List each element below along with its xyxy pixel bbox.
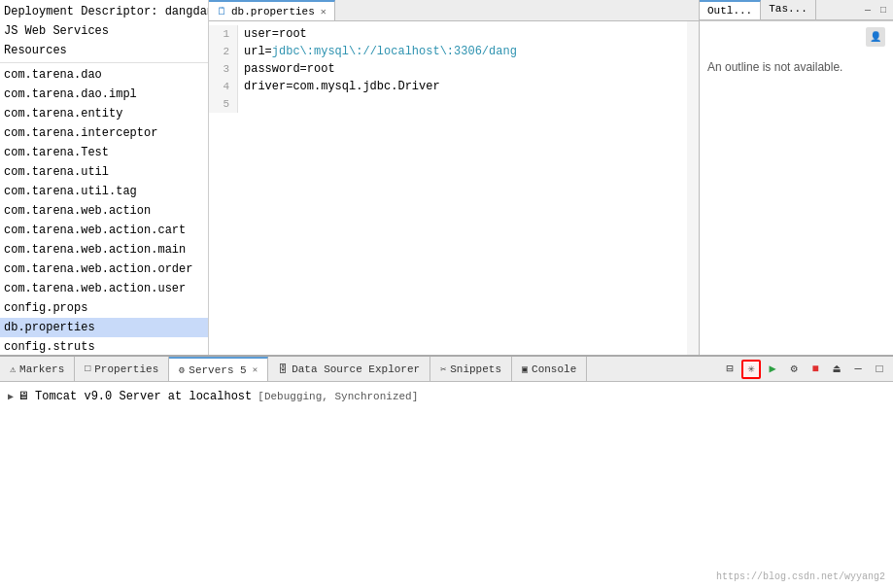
stop-btn-button[interactable]: ■: [806, 360, 825, 379]
line-number: 2: [209, 43, 238, 60]
sidebar-item[interactable]: com.tarena.web.action.main: [0, 240, 208, 259]
bottom-panel: ⚠Markers□Properties⚙Servers 5✕🗄Data Sour…: [0, 355, 893, 588]
tab-label: Markers: [19, 363, 64, 375]
sidebar-item[interactable]: com.tarena.dao: [0, 65, 208, 85]
bottom-tab-servers[interactable]: ⚙Servers 5✕: [169, 357, 268, 381]
top-area: Deployment Descriptor: dangdangJS Web Se…: [0, 0, 893, 355]
sidebar-item[interactable]: Resources: [0, 41, 208, 60]
user-avatar: 👤: [866, 27, 885, 47]
editor-content[interactable]: 1user=root2url=jdbc\:mysql\://localhost\…: [209, 21, 699, 355]
server-status: [Debugging, Synchronized]: [258, 391, 418, 402]
tab-tasks[interactable]: Tas...: [761, 0, 816, 19]
tab-label: Properties: [94, 363, 158, 375]
minimize-button[interactable]: —: [848, 360, 868, 379]
debug-btn-button[interactable]: ✳: [741, 360, 761, 379]
sidebar-item[interactable]: config.struts: [0, 337, 208, 355]
tab-label: Data Source Explorer: [292, 363, 420, 375]
sidebar-item[interactable]: JS Web Services: [0, 21, 208, 41]
code-line: 4driver=com.mysql.jdbc.Driver: [209, 78, 699, 95]
sidebar-divider: [0, 62, 208, 63]
line-content: url=jdbc\:mysql\://localhost\:3306/dang: [238, 43, 517, 60]
sidebar-item[interactable]: com.tarena.web.action.order: [0, 259, 208, 279]
sidebar-item[interactable]: com.tarena.web.action.user: [0, 279, 208, 298]
disconnect-btn-button[interactable]: ⏏: [827, 360, 846, 379]
server-name: Tomcat v9.0 Server at localhost: [35, 390, 252, 403]
sidebar: Deployment Descriptor: dangdangJS Web Se…: [0, 0, 209, 355]
right-panel-maximize[interactable]: □: [877, 4, 889, 17]
sidebar-item[interactable]: com.tarena.util.tag: [0, 182, 208, 201]
bottom-content: ▶ 🖥 Tomcat v9.0 Server at localhost [Deb…: [0, 382, 893, 588]
sidebar-item[interactable]: db.properties: [0, 318, 208, 337]
db-properties-tab[interactable]: 🗒 db.properties ✕: [209, 0, 335, 20]
code-line: 3password=root: [209, 60, 699, 78]
sidebar-item[interactable]: com.tarena.entity: [0, 104, 208, 123]
line-number: 5: [209, 95, 238, 113]
code-line: 5: [209, 95, 699, 113]
line-number: 3: [209, 60, 238, 78]
bottom-tab-data-source-explorer[interactable]: 🗄Data Source Explorer: [268, 357, 430, 381]
tab-label: Snippets: [450, 363, 501, 375]
tab-icon: ✂: [440, 363, 446, 375]
line-number: 4: [209, 78, 238, 95]
server-row[interactable]: ▶ 🖥 Tomcat v9.0 Server at localhost [Deb…: [4, 386, 889, 406]
expand-arrow[interactable]: ▶: [8, 391, 14, 402]
editor-area: 🗒 db.properties ✕ 1user=root2url=jdbc\:m…: [209, 0, 699, 355]
right-panel-minimize[interactable]: —: [862, 4, 874, 17]
bottom-toolbar: ⊟✳▶⚙■⏏—□: [716, 360, 893, 379]
tab-icon: ⚙: [179, 364, 185, 376]
sidebar-item[interactable]: com.tarena.Test: [0, 143, 208, 162]
sidebar-item[interactable]: com.tarena.web.action.cart: [0, 221, 208, 240]
main-container: Deployment Descriptor: dangdangJS Web Se…: [0, 0, 893, 588]
watermark: https://blog.csdn.net/wyyang2: [716, 571, 885, 582]
tab-close[interactable]: ✕: [253, 364, 258, 375]
start-btn-button[interactable]: ▶: [763, 360, 782, 379]
code-line: 1user=root: [209, 25, 699, 43]
tab-icon: 🗄: [278, 363, 288, 375]
collapse-all-button[interactable]: ⊟: [720, 360, 739, 379]
sidebar-item[interactable]: Deployment Descriptor: dangdang: [0, 2, 208, 21]
sidebar-item[interactable]: com.tarena.interceptor: [0, 123, 208, 143]
line-content: password=root: [238, 60, 335, 78]
bottom-tab-markers[interactable]: ⚠Markers: [0, 357, 75, 381]
tab-label: Console: [532, 363, 576, 375]
line-content: [238, 95, 244, 113]
profile-btn-button[interactable]: ⚙: [784, 360, 804, 379]
line-number: 1: [209, 25, 238, 43]
bottom-tab-console[interactable]: ▣Console: [512, 357, 587, 381]
right-panel-header: Outl... Tas... — □: [700, 0, 893, 21]
line-content: user=root: [238, 25, 307, 43]
tab-icon: ▣: [522, 363, 528, 375]
sidebar-item[interactable]: config.props: [0, 298, 208, 318]
maximize-button[interactable]: □: [870, 360, 889, 379]
bottom-tab-properties[interactable]: □Properties: [75, 357, 169, 381]
bottom-tab-snippets[interactable]: ✂Snippets: [430, 357, 512, 381]
server-icon: 🖥: [17, 389, 29, 403]
outline-content: An outline is not available.: [700, 52, 893, 355]
editor-scrollbar[interactable]: [687, 21, 699, 355]
line-content: driver=com.mysql.jdbc.Driver: [238, 78, 440, 95]
tab-icon: □: [85, 363, 90, 374]
tab-close-button[interactable]: ✕: [321, 6, 326, 17]
tab-label: db.properties: [231, 6, 315, 17]
code-line: 2url=jdbc\:mysql\://localhost\:3306/dang: [209, 43, 699, 60]
sidebar-item[interactable]: com.tarena.dao.impl: [0, 85, 208, 104]
file-icon: 🗒: [217, 5, 227, 17]
sidebar-item[interactable]: com.tarena.util: [0, 162, 208, 182]
tab-outline[interactable]: Outl...: [700, 0, 761, 19]
right-panel-tabs: Outl... Tas... — □: [700, 0, 893, 20]
bottom-tab-bar: ⚠Markers□Properties⚙Servers 5✕🗄Data Sour…: [0, 357, 893, 382]
sidebar-item[interactable]: com.tarena.web.action: [0, 201, 208, 221]
editor-tab-bar: 🗒 db.properties ✕: [209, 0, 699, 21]
right-panel: Outl... Tas... — □ 👤 An outline is not a…: [699, 0, 893, 355]
tab-icon: ⚠: [10, 363, 16, 375]
tab-label: Servers 5: [189, 364, 246, 376]
